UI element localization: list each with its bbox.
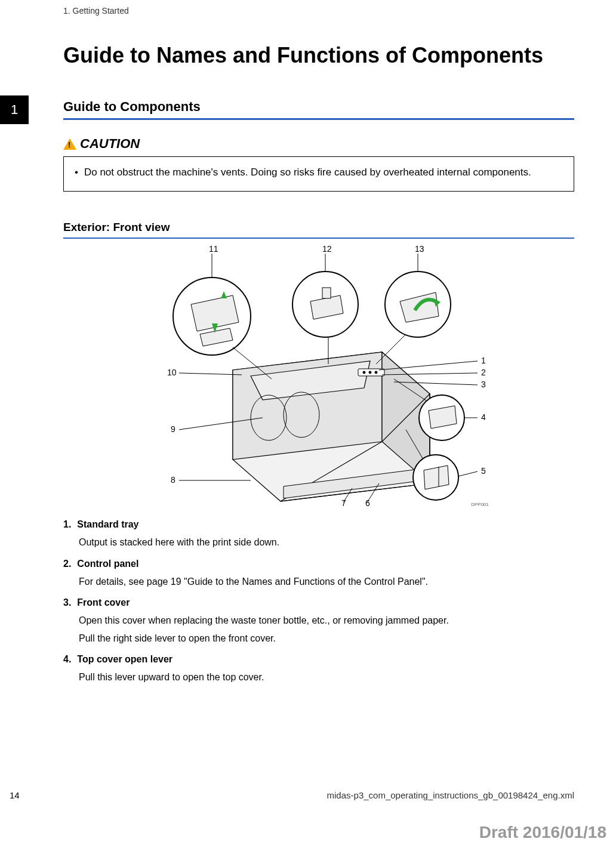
callout-3: 3 (481, 380, 486, 389)
list-item: 2. Control panel For details, see page 1… (63, 559, 574, 590)
callout-2: 2 (481, 368, 486, 377)
svg-line-43 (179, 373, 242, 375)
breadcrumb: 1. Getting Started (63, 6, 129, 16)
list-item: 1. Standard tray Output is stacked here … (63, 519, 574, 550)
caution-bullet: • Do not obstruct the machine's vents. D… (75, 164, 563, 181)
callout-1: 1 (481, 356, 486, 365)
item-number: 1. (63, 519, 71, 530)
callout-9: 9 (171, 424, 175, 434)
callout-6: 6 (365, 498, 370, 507)
bullet-icon: • (75, 164, 78, 181)
caution-box: • Do not obstruct the machine's vents. D… (63, 156, 574, 192)
subheading: Exterior: Front view (63, 221, 574, 234)
svg-point-6 (363, 371, 365, 374)
callout-11: 11 (209, 245, 218, 254)
page-title: Guide to Names and Functions of Componen… (63, 43, 574, 68)
document-page: 1. Getting Started Guide to Names and Fu… (0, 0, 616, 848)
item-desc: For details, see page 19 "Guide to the N… (79, 574, 574, 590)
caution-block: CAUTION • Do not obstruct the machine's … (63, 136, 574, 192)
item-desc: Pull the right side lever to open the fr… (79, 631, 574, 646)
callout-7: 7 (341, 498, 346, 507)
item-name: Front cover (77, 597, 130, 608)
section-heading: Guide to Components (63, 99, 574, 115)
callout-12: 12 (322, 245, 332, 254)
callout-4: 4 (481, 412, 486, 422)
svg-point-8 (375, 371, 377, 374)
diagram-svg: 11 12 13 1 2 3 4 5 6 7 8 9 10 (143, 245, 492, 507)
chapter-tab: 1 (0, 95, 29, 124)
subheading-block: Exterior: Front view (63, 221, 574, 239)
component-diagram: 11 12 13 1 2 3 4 5 6 7 8 9 10 DPP001 (143, 245, 492, 507)
item-name: Standard tray (77, 519, 138, 530)
draft-watermark: Draft 2016/01/18 (479, 823, 606, 842)
section-heading-block: Guide to Components (63, 99, 574, 120)
caution-label: CAUTION (80, 136, 140, 152)
item-number: 3. (63, 597, 71, 608)
source-path: midas-p3_com_operating_instructions_gb_0… (327, 790, 574, 800)
caution-header: CAUTION (63, 136, 574, 152)
list-item: 3. Front cover Open this cover when repl… (63, 597, 574, 646)
diagram-id: DPP001 (471, 502, 489, 507)
callout-10: 10 (167, 368, 177, 377)
section-rule (63, 118, 574, 120)
callout-8: 8 (171, 475, 175, 485)
callout-13: 13 (415, 245, 424, 254)
item-number: 4. (63, 654, 71, 665)
warning-icon (63, 138, 76, 150)
item-number: 2. (63, 559, 71, 569)
svg-rect-18 (322, 288, 331, 298)
svg-line-38 (458, 471, 478, 476)
svg-point-7 (369, 371, 371, 374)
item-name: Top cover open lever (77, 654, 173, 665)
subheading-rule (63, 238, 574, 239)
component-list: 1. Standard tray Output is stacked here … (63, 519, 574, 693)
item-desc: Pull this lever upward to open the top c… (79, 670, 574, 685)
callout-5: 5 (481, 466, 486, 476)
item-desc: Output is stacked here with the print si… (79, 535, 574, 550)
item-name: Control panel (77, 559, 138, 569)
item-desc: Open this cover when replacing the waste… (79, 613, 574, 628)
page-number: 14 (10, 790, 20, 800)
caution-text: Do not obstruct the machine's vents. Doi… (84, 164, 531, 181)
list-item: 4. Top cover open lever Pull this lever … (63, 654, 574, 685)
